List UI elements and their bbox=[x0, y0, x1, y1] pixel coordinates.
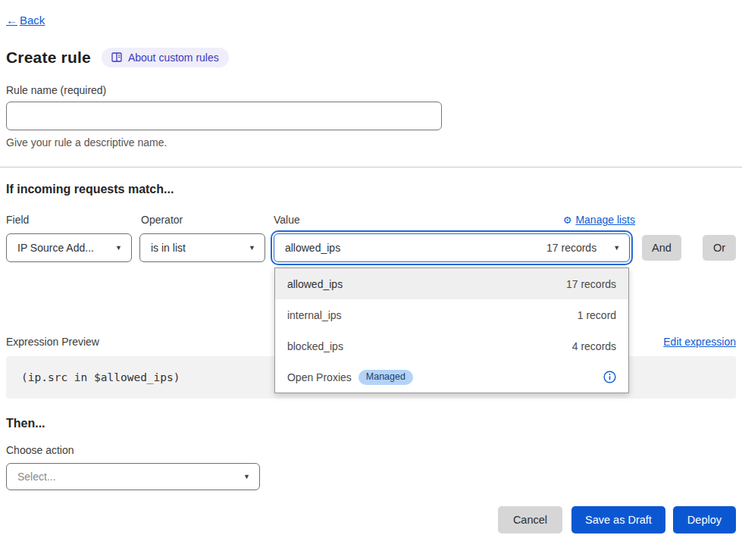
list-name: blocked_ips bbox=[287, 340, 343, 352]
operator-label: Operator bbox=[141, 214, 274, 226]
back-arrow-icon: ← bbox=[6, 14, 17, 27]
cancel-button[interactable]: Cancel bbox=[498, 506, 562, 533]
expression-preview-label: Expression Preview bbox=[6, 336, 99, 348]
chevron-down-icon: ▼ bbox=[241, 244, 255, 252]
value-select-wrap: allowed_ips 17 records ▼ allowed_ips 17 … bbox=[274, 233, 630, 262]
field-label: Field bbox=[6, 214, 141, 226]
rule-name-helper: Give your rule a descriptive name. bbox=[6, 136, 736, 149]
list-option-open-proxies[interactable]: Open Proxies Managed bbox=[275, 361, 628, 393]
gear-icon: ⚙ bbox=[563, 214, 572, 226]
action-select-placeholder: Select... bbox=[17, 471, 56, 483]
list-name: Open Proxies bbox=[287, 371, 352, 383]
list-option-internal-ips[interactable]: internal_ips 1 record bbox=[275, 299, 628, 330]
footer-actions: Cancel Save as Draft Deploy bbox=[6, 506, 736, 533]
lists-dropdown-panel: allowed_ips 17 records internal_ips 1 re… bbox=[274, 267, 629, 393]
edit-expression-link[interactable]: Edit expression bbox=[663, 336, 736, 348]
back-link[interactable]: ←Back bbox=[6, 14, 45, 27]
deploy-button[interactable]: Deploy bbox=[673, 506, 736, 533]
list-name: internal_ips bbox=[287, 309, 342, 321]
match-selects-row: IP Source Add... ▼ is in list ▼ allowed_… bbox=[6, 233, 736, 262]
action-select[interactable]: Select... ▼ bbox=[6, 463, 260, 490]
operator-select-value: is in list bbox=[151, 242, 186, 254]
choose-action-label: Choose action bbox=[6, 444, 736, 456]
or-button[interactable]: Or bbox=[703, 235, 736, 261]
value-select-records: 17 records bbox=[546, 242, 596, 254]
info-icon[interactable] bbox=[603, 371, 616, 383]
about-link-label: About custom rules bbox=[128, 52, 219, 64]
manage-lists-label: Manage lists bbox=[575, 214, 635, 226]
rule-name-label: Rule name (required) bbox=[6, 84, 106, 96]
list-option-allowed-ips[interactable]: allowed_ips 17 records bbox=[275, 268, 628, 299]
operator-select[interactable]: is in list ▼ bbox=[139, 233, 265, 262]
about-custom-rules-link[interactable]: About custom rules bbox=[102, 48, 229, 67]
list-record-count: 17 records bbox=[566, 278, 616, 290]
back-label: Back bbox=[20, 14, 45, 27]
chevron-down-icon: ▼ bbox=[236, 473, 250, 480]
list-record-count: 1 record bbox=[578, 309, 616, 321]
manage-lists-link[interactable]: ⚙ Manage lists bbox=[563, 214, 635, 226]
section-divider bbox=[0, 167, 742, 167]
value-select[interactable]: allowed_ips 17 records ▼ bbox=[274, 233, 630, 262]
match-section-heading: If incoming requests match... bbox=[6, 183, 736, 196]
rule-name-block: Rule name (required) Give your rule a de… bbox=[6, 84, 736, 149]
chevron-down-icon: ▼ bbox=[108, 244, 122, 252]
match-labels-row: Field Operator Value ⚙ Manage lists bbox=[6, 214, 736, 226]
value-label: Value bbox=[274, 214, 300, 226]
book-icon bbox=[111, 52, 123, 63]
page-title: Create rule bbox=[6, 48, 91, 67]
field-select-value: IP Source Add... bbox=[17, 242, 94, 254]
value-select-value: allowed_ips bbox=[285, 242, 340, 254]
create-rule-page: ←Back Create rule About custom rules Rul… bbox=[0, 0, 742, 533]
chevron-down-icon: ▼ bbox=[606, 244, 620, 252]
list-record-count: 4 records bbox=[572, 340, 616, 352]
save-as-draft-button[interactable]: Save as Draft bbox=[571, 506, 665, 533]
then-section-heading: Then... bbox=[6, 417, 736, 430]
and-button[interactable]: And bbox=[642, 235, 681, 261]
title-row: Create rule About custom rules bbox=[6, 48, 736, 67]
rule-name-input[interactable] bbox=[6, 102, 442, 130]
field-select[interactable]: IP Source Add... ▼ bbox=[6, 233, 132, 262]
list-option-blocked-ips[interactable]: blocked_ips 4 records bbox=[275, 330, 628, 361]
list-name: allowed_ips bbox=[287, 278, 343, 290]
managed-badge: Managed bbox=[358, 370, 413, 385]
